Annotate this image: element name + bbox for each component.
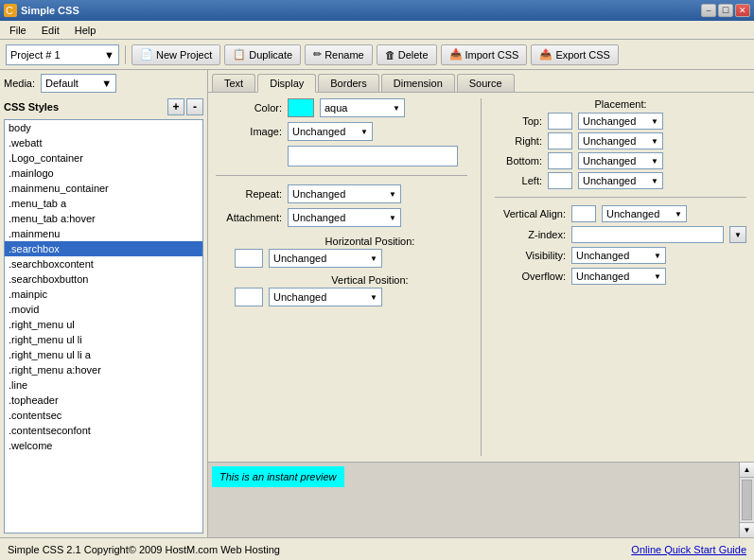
export-css-button[interactable]: 📤 Export CSS	[531, 44, 618, 65]
list-item[interactable]: .mainpic	[5, 287, 202, 302]
list-item[interactable]: .searchboxbutton	[5, 271, 202, 287]
image-select[interactable]: Unchanged ▼	[288, 122, 373, 141]
list-item[interactable]: .Logo_container	[5, 150, 202, 166]
right-input[interactable]	[548, 132, 572, 149]
list-item[interactable]: .menu_tab a	[5, 196, 202, 211]
remove-style-button[interactable]: -	[186, 98, 203, 115]
toolbar-separator-1	[125, 45, 126, 64]
bottom-select[interactable]: Unchanged ▼	[578, 152, 663, 169]
vert-pos-input[interactable]	[235, 288, 263, 306]
attachment-row: Attachment: Unchanged ▼	[216, 208, 467, 227]
list-item[interactable]: .line	[5, 377, 202, 393]
bottom-input[interactable]	[548, 152, 572, 169]
right-row: Right: Unchanged ▼	[495, 132, 746, 149]
left-panel: Media: Default ▼ CSS Styles + - body .we…	[0, 70, 208, 537]
media-label: Media:	[4, 78, 35, 89]
overflow-dropdown-icon: ▼	[654, 272, 661, 281]
list-item[interactable]: .topheader	[5, 393, 202, 408]
repeat-label: Repeat:	[216, 188, 282, 200]
list-item[interactable]: .mainlogo	[5, 166, 202, 181]
preview-text: This is an instant preview	[219, 471, 337, 482]
horiz-pos-row: Unchanged ▼	[235, 249, 467, 268]
top-dropdown-icon: ▼	[651, 117, 658, 126]
menu-file[interactable]: File	[4, 23, 32, 38]
list-item[interactable]: .movid	[5, 302, 202, 317]
list-item[interactable]: .webatt	[5, 135, 202, 150]
list-item[interactable]: .contentseconfont	[5, 423, 202, 438]
vert-pos-select[interactable]: Unchanged ▼	[269, 288, 382, 306]
attachment-select[interactable]: Unchanged ▼	[288, 208, 401, 227]
left-dropdown-icon: ▼	[651, 177, 658, 185]
media-select[interactable]: Default ▼	[41, 74, 116, 93]
horiz-pos-input[interactable]	[235, 249, 263, 268]
right-panel: Text Display Borders Dimension Source	[208, 70, 754, 537]
preview-area: This is an instant preview ▲ ▼	[208, 462, 754, 537]
overflow-select[interactable]: Unchanged ▼	[571, 268, 666, 285]
import-css-button[interactable]: 📥 Import CSS	[441, 44, 528, 65]
bottom-label: Bottom:	[495, 155, 542, 166]
top-input[interactable]	[548, 113, 572, 130]
visibility-select[interactable]: Unchanged ▼	[571, 247, 666, 264]
new-project-button[interactable]: 📄 New Project	[132, 44, 220, 65]
list-item[interactable]: .menu_tab a:hover	[5, 211, 202, 226]
repeat-row: Repeat: Unchanged ▼	[216, 184, 467, 203]
top-select[interactable]: Unchanged ▼	[578, 113, 663, 130]
tab-display[interactable]: Display	[257, 74, 316, 93]
list-item[interactable]: .mainmenu	[5, 226, 202, 241]
list-item[interactable]: .right_menu ul	[5, 317, 202, 332]
window-title: Simple CSS	[21, 5, 79, 16]
list-item[interactable]: .right_menu a:hover	[5, 362, 202, 377]
menu-edit[interactable]: Edit	[36, 23, 65, 38]
duplicate-button[interactable]: 📋 Duplicate	[224, 44, 301, 65]
z-index-input[interactable]	[571, 226, 724, 243]
list-item-selected[interactable]: .searchbox	[5, 241, 202, 256]
rename-button[interactable]: ✏ Rename	[305, 44, 373, 65]
tab-dimension[interactable]: Dimension	[381, 74, 455, 92]
maximize-button[interactable]: ☐	[718, 4, 733, 17]
visibility-row: Visibility: Unchanged ▼	[495, 247, 746, 264]
list-item[interactable]: .right_menu ul li	[5, 332, 202, 347]
left-select[interactable]: Unchanged ▼	[578, 172, 663, 189]
project-label: Project # 1	[10, 49, 61, 61]
list-item[interactable]: .right_menu ul li a	[5, 347, 202, 362]
image-label: Image:	[216, 126, 282, 137]
list-item[interactable]: body	[5, 120, 202, 135]
left-row: Left: Unchanged ▼	[495, 172, 746, 189]
list-item[interactable]: .searchboxcontent	[5, 256, 202, 271]
z-index-dropdown-btn[interactable]: ▼	[729, 226, 746, 243]
menu-help[interactable]: Help	[69, 23, 102, 38]
vert-pos-dropdown-icon: ▼	[370, 293, 377, 302]
list-item[interactable]: .mainmenu_container	[5, 181, 202, 196]
list-item[interactable]: .welcome	[5, 438, 202, 453]
project-dropdown[interactable]: Project # 1 ▼	[6, 44, 119, 65]
vertical-align-input[interactable]	[571, 205, 596, 222]
add-style-button[interactable]: +	[167, 98, 184, 115]
top-row: Top: Unchanged ▼	[495, 113, 746, 130]
window-controls: – ☐ ✕	[701, 4, 750, 17]
minimize-button[interactable]: –	[701, 4, 716, 17]
vertical-align-select[interactable]: Unchanged ▼	[602, 205, 687, 222]
overflow-row: Overflow: Unchanged ▼	[495, 268, 746, 285]
scroll-up-button[interactable]: ▲	[740, 463, 754, 478]
delete-button[interactable]: 🗑 Delete	[377, 44, 437, 65]
scroll-down-button[interactable]: ▼	[740, 522, 754, 537]
css-styles-buttons: + -	[167, 98, 203, 115]
horiz-pos-select[interactable]: Unchanged ▼	[269, 249, 382, 268]
color-label: Color:	[216, 102, 282, 114]
svg-text:C: C	[6, 5, 13, 16]
tab-source[interactable]: Source	[457, 74, 515, 92]
repeat-select[interactable]: Unchanged ▼	[288, 184, 401, 203]
tab-bar: Text Display Borders Dimension Source	[208, 70, 754, 92]
left-input[interactable]	[548, 172, 572, 189]
color-select[interactable]: aqua ▼	[320, 98, 405, 117]
horiz-pos-section: Horizontal Position: Unchanged ▼	[216, 236, 467, 268]
tab-text[interactable]: Text	[212, 74, 255, 92]
scroll-thumb[interactable]	[742, 480, 752, 520]
color-preview[interactable]	[288, 98, 314, 117]
right-select[interactable]: Unchanged ▼	[578, 132, 663, 149]
list-item[interactable]: .contentsec	[5, 408, 202, 423]
close-button[interactable]: ✕	[735, 4, 750, 17]
tab-borders[interactable]: Borders	[318, 74, 379, 92]
vert-pos-row: Unchanged ▼	[235, 288, 467, 306]
status-right-link[interactable]: Online Quick Start Guide	[631, 544, 746, 555]
